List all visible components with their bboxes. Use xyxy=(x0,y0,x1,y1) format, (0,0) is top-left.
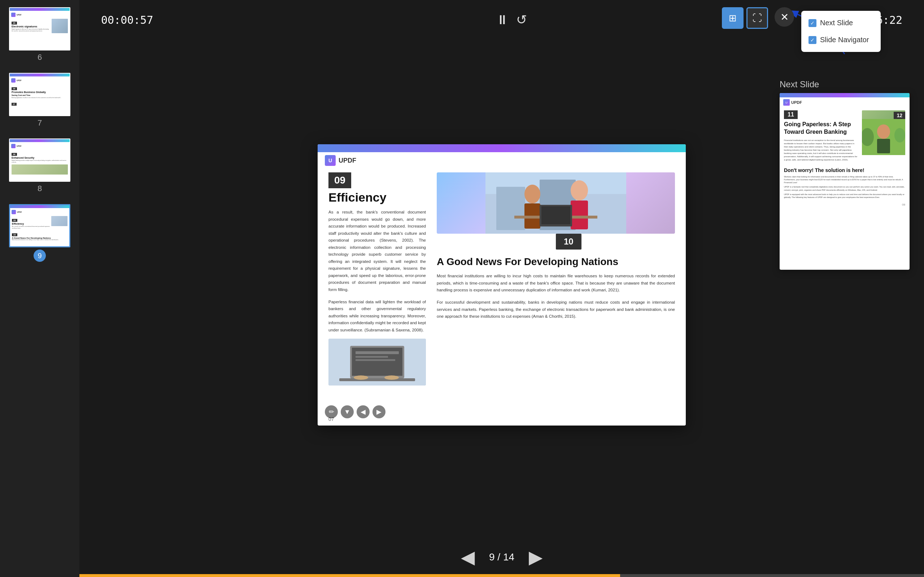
slide-para1: As a result, the bank's conventional doc… xyxy=(328,209,426,293)
next-bottom-title: Don't worry! The solution is here! xyxy=(784,167,905,173)
svg-rect-8 xyxy=(355,359,395,361)
slide-image-laptop xyxy=(328,338,426,385)
top-right-buttons: ⊞ ⛶ ✕ xyxy=(722,7,794,29)
page-indicator: 9 / 14 xyxy=(489,551,514,563)
svg-point-5 xyxy=(384,376,399,380)
section-num-09: 09 xyxy=(328,172,351,188)
next-slide-label: Next Slide xyxy=(780,79,909,89)
slide-thumb-7[interactable]: UPDF 06 Promotes Business Globally Savin… xyxy=(9,73,70,128)
next-slide-body: 11 Going Paperless: A Step Toward Green … xyxy=(780,108,909,164)
svg-rect-3 xyxy=(339,378,415,381)
progress-bar xyxy=(79,574,620,577)
slide-next-button[interactable]: ▶ xyxy=(373,405,386,418)
slide-header-gradient xyxy=(318,144,686,152)
close-button[interactable]: ✕ xyxy=(775,7,794,27)
next-slide-updf-text: UPDF xyxy=(791,100,802,105)
svg-rect-7 xyxy=(355,356,388,358)
thumb6-num: 6 xyxy=(9,53,70,62)
slide-para3: Most financial institutions are willing … xyxy=(437,272,675,294)
svg-rect-11 xyxy=(496,187,525,230)
next-slide-updf-icon: U xyxy=(783,99,790,106)
next-text1: Financial institutions are not an except… xyxy=(784,139,858,161)
slide-updf-bar: U UPDF xyxy=(318,152,686,169)
next-text2: Workers claim that looking for informati… xyxy=(784,175,905,184)
next-slide-button[interactable]: ▶ xyxy=(529,547,543,567)
next-section-num-11: 11 xyxy=(784,110,798,119)
slide-para4: For successful development and sustainab… xyxy=(437,299,675,320)
slide-image-people xyxy=(437,172,675,234)
svg-rect-19 xyxy=(541,206,570,224)
popup-next-slide-label: Next Slide xyxy=(820,19,853,27)
thumb9-num: 9 xyxy=(34,250,46,262)
svg-rect-16 xyxy=(571,200,588,229)
svg-point-15 xyxy=(571,180,588,200)
popup-menu: ✓ Next Slide ✓ Slide Navigator xyxy=(801,11,881,52)
next-text4: UPDF is equipped with the most advanced … xyxy=(784,193,905,199)
svg-point-4 xyxy=(354,376,368,380)
grid-view-button[interactable]: ⊞ xyxy=(722,7,743,29)
thumb7-num: 7 xyxy=(9,118,70,128)
svg-point-22 xyxy=(877,124,890,139)
svg-point-13 xyxy=(525,185,540,203)
svg-point-25 xyxy=(894,128,905,142)
next-text3: UPDF is a fantastic tool that completely… xyxy=(784,185,905,192)
topbar: 00:00:57 ⏸ ↺ 16:22 xyxy=(79,0,924,40)
svg-rect-6 xyxy=(355,351,399,354)
next-slide-right: 12 xyxy=(862,110,905,161)
updf-logo-text: UPDF xyxy=(339,157,356,164)
slide-frame: U UPDF 09 Efficiency As a result, the ba… xyxy=(318,144,686,425)
next-section-title: Going Paperless: A Step Toward Green Ban… xyxy=(784,121,858,136)
slide-down-button[interactable]: ▼ xyxy=(341,405,354,418)
popup-next-slide[interactable]: ✓ Next Slide xyxy=(801,15,881,31)
next-page-num: 08 xyxy=(780,201,909,208)
slide-thumbnails-panel: UPDF 05 Electronic signatures Digital si… xyxy=(0,0,79,577)
next-section-num-12: 12 xyxy=(894,112,905,119)
progress-bar-container xyxy=(79,574,924,577)
popup-slide-navigator-checkbox: ✓ xyxy=(809,36,816,44)
svg-rect-23 xyxy=(877,139,890,153)
next-slide-panel: Next Slide U UPDF 11 Going Paperless: A … xyxy=(780,79,909,270)
slide-bottom-controls: ✏ ▼ ◀ ▶ xyxy=(325,405,386,418)
popup-slide-navigator[interactable]: ✓ Slide Navigator xyxy=(801,31,881,48)
prev-slide-button[interactable]: ◀ xyxy=(461,547,475,567)
thumb6-updf: UPDF xyxy=(16,14,22,16)
popup-next-slide-checkbox: ✓ xyxy=(809,19,816,27)
slide-thumb-8[interactable]: UPDF 08 Enhanced Security Digital bankin… xyxy=(9,139,70,193)
slide-thumb-9[interactable]: UPDF 09 Efficiency As a result, the bank… xyxy=(9,204,70,262)
refresh-button[interactable]: ↺ xyxy=(516,12,527,27)
slide-prev-button[interactable]: ◀ xyxy=(357,405,370,418)
popup-slide-navigator-label: Slide Navigator xyxy=(820,36,869,44)
slide-right-col: 10 A Good News For Developing Nations Mo… xyxy=(437,172,675,414)
slide-body: 09 Efficiency As a result, the bank's co… xyxy=(318,169,686,421)
updf-logo-icon: U xyxy=(325,155,336,166)
playback-controls: ⏸ ↺ xyxy=(496,12,527,27)
thumb8-updf: UPDF xyxy=(16,145,22,147)
next-slide-left: 11 Going Paperless: A Step Toward Green … xyxy=(784,110,858,161)
bottom-navigation: ◀ 9 / 14 ▶ xyxy=(79,537,924,577)
screen-view-button[interactable]: ⛶ xyxy=(746,7,768,29)
slide-para2: Paperless financial data will lighten th… xyxy=(328,298,426,334)
section-title-good-news: A Good News For Developing Nations xyxy=(437,255,675,268)
thumb7-updf: UPDF xyxy=(16,79,22,82)
next-slide-bottom: Don't worry! The solution is here! Worke… xyxy=(780,164,909,202)
thumb8-num: 8 xyxy=(9,184,70,193)
section-title-efficiency: Efficiency xyxy=(328,190,426,205)
section-num-10: 10 xyxy=(556,234,582,250)
next-slide-updf-bar: U UPDF xyxy=(780,97,909,108)
slide-left-col: 09 Efficiency As a result, the bank's co… xyxy=(328,172,426,414)
pause-button[interactable]: ⏸ xyxy=(496,12,509,27)
slide-pencil-button[interactable]: ✏ xyxy=(325,405,338,418)
timer-display: 00:00:57 xyxy=(101,14,153,26)
next-slide-preview: U UPDF 11 Going Paperless: A Step Toward… xyxy=(780,93,909,270)
slide-thumb-6[interactable]: UPDF 05 Electronic signatures Digital si… xyxy=(9,7,70,62)
thumb9-updf: UPDF xyxy=(17,211,22,213)
next-slide-header-gradient xyxy=(780,93,909,97)
